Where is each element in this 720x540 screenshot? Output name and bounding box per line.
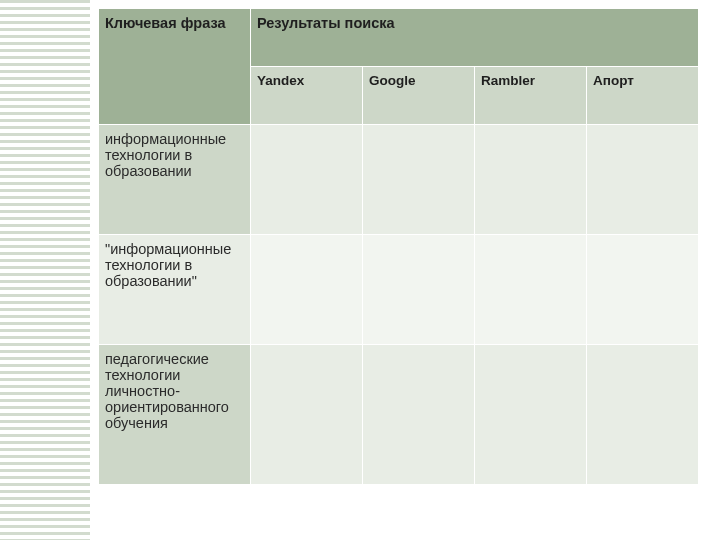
result-cell	[475, 235, 587, 345]
result-cell	[587, 235, 699, 345]
header-engine-yandex: Yandex	[251, 67, 363, 125]
key-phrase-cell: "информационные технологии в образовании…	[99, 235, 251, 345]
key-phrase-cell: педагогические технологии личностно-орие…	[99, 345, 251, 485]
result-cell	[363, 345, 475, 485]
result-cell	[251, 125, 363, 235]
results-table: Ключевая фраза Результаты поиска Yandex …	[98, 8, 699, 485]
header-engine-google: Google	[363, 67, 475, 125]
key-phrase-cell: информационные технологии в образовании	[99, 125, 251, 235]
table-row: информационные технологии в образовании	[99, 125, 699, 235]
result-cell	[587, 345, 699, 485]
result-cell	[363, 125, 475, 235]
header-results: Результаты поиска	[251, 9, 699, 67]
table-row: педагогические технологии личностно-орие…	[99, 345, 699, 485]
result-cell	[475, 345, 587, 485]
table-row: "информационные технологии в образовании…	[99, 235, 699, 345]
result-cell	[475, 125, 587, 235]
header-engine-aport: Апорт	[587, 67, 699, 125]
results-table-container: Ключевая фраза Результаты поиска Yandex …	[98, 8, 698, 485]
result-cell	[363, 235, 475, 345]
result-cell	[251, 235, 363, 345]
decorative-stripes	[0, 0, 90, 540]
result-cell	[587, 125, 699, 235]
header-engine-rambler: Rambler	[475, 67, 587, 125]
header-key-phrase: Ключевая фраза	[99, 9, 251, 125]
result-cell	[251, 345, 363, 485]
